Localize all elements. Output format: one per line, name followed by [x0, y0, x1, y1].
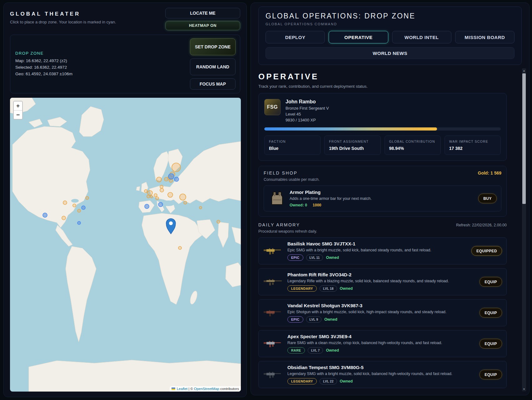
heatmap-marker[interactable]	[156, 197, 159, 200]
openstreetmap-link[interactable]: OpenStreetMap	[194, 387, 219, 391]
weapon-icon	[263, 277, 282, 287]
global-theater-panel: GLOBAL THEATER Click to place a drop zon…	[3, 2, 247, 397]
world-map-canvas	[10, 98, 241, 392]
weapon-name: Vandal Kestrel Shotgun 3VK987-3	[287, 303, 446, 308]
random-land-button[interactable]: RANDOM LAND	[190, 58, 236, 75]
map-zoom-in-button[interactable]: +	[14, 101, 22, 110]
stat-value: Blue	[269, 146, 316, 151]
friendly-marker[interactable]	[145, 204, 149, 209]
friendly-marker[interactable]	[174, 177, 179, 181]
stat-card-war-impact-score: WAR IMPACT SCORE17 382	[445, 136, 501, 155]
friendly-marker[interactable]	[82, 206, 85, 210]
heatmap-marker[interactable]	[178, 246, 181, 249]
weapon-card: Basilisk Havoc SMG 3VJTXX-1 Epic SMG wit…	[258, 237, 507, 264]
operative-name: John Rambo	[286, 99, 329, 105]
daily-armory-subheading: Procedural weapons refresh daily.	[258, 229, 317, 234]
owned-flag: Owned	[340, 286, 353, 291]
owned-flag: Owned	[326, 255, 339, 260]
ukraine-flag-icon	[172, 388, 175, 390]
scrollbar-thumb[interactable]	[522, 73, 526, 204]
heatmap-marker[interactable]	[147, 195, 150, 198]
weapon-icon	[263, 246, 282, 256]
heatmap-marker[interactable]	[86, 196, 89, 200]
heatmap-marker[interactable]	[144, 190, 147, 193]
heatmap-toggle-button[interactable]: HEATMAP ON	[165, 21, 240, 30]
gold-balance: Gold: 1 569	[478, 170, 501, 175]
level-badge: LVL 11	[306, 254, 323, 261]
heatmap-marker[interactable]	[160, 185, 163, 188]
daily-armory-heading: DAILY ARMORY	[258, 222, 317, 227]
equip-button[interactable]: EQUIP	[480, 277, 502, 287]
map-attribution: Leaflet | © OpenStreetMap contributors	[170, 386, 241, 392]
rarity-badge: LEGENDARY	[287, 378, 317, 384]
rank-badge: FSG	[264, 99, 281, 115]
shop-item-owned: Owned: 0	[290, 203, 307, 207]
heatmap-marker[interactable]	[164, 177, 168, 181]
level-badge: LVL 22	[320, 378, 337, 384]
scroll-up-arrow[interactable]: ▲	[522, 68, 526, 73]
equip-button[interactable]: EQUIP	[480, 370, 502, 379]
vertical-scrollbar[interactable]: ▲ ▼	[522, 68, 526, 391]
heatmap-marker[interactable]	[77, 209, 81, 212]
tab-deploy[interactable]: DEPLOY	[266, 31, 325, 43]
weapon-name: Obsidian Tempest SMG 3VM80G-5	[287, 365, 452, 370]
stat-value: 19th Drive South	[329, 146, 376, 151]
heatmap-marker[interactable]	[184, 201, 187, 204]
heatmap-marker[interactable]	[217, 220, 220, 223]
set-drop-zone-button[interactable]: SET DROP ZONE	[190, 38, 236, 55]
operative-stats-row: FACTIONBlueFRONT ASSIGNMENT19th Drive So…	[264, 136, 501, 155]
friendly-marker[interactable]	[43, 213, 47, 217]
map-zoom-out-button[interactable]: −	[14, 110, 22, 119]
weapon-description: Rare SMG with a clean muzzle, crisp kick…	[287, 341, 442, 345]
stat-card-front-assignment: FRONT ASSIGNMENT19th Drive South	[324, 136, 380, 155]
stat-card-faction: FACTIONBlue	[264, 136, 321, 155]
heatmap-marker[interactable]	[157, 177, 162, 182]
heatmap-marker[interactable]	[150, 195, 153, 198]
heatmap-marker[interactable]	[199, 206, 202, 209]
operative-profile-card: FSG John Rambo Bronze First Sergeant V L…	[258, 93, 507, 161]
owned-flag: Owned	[340, 379, 353, 383]
heatmap-marker[interactable]	[180, 194, 186, 200]
friendly-marker[interactable]	[158, 202, 163, 207]
map-zoom-control: + −	[13, 101, 23, 120]
daily-armory-section: DAILY ARMORY Procedural weapons refresh …	[258, 222, 507, 388]
heatmap-marker[interactable]	[154, 194, 157, 197]
rarity-badge: EPIC	[287, 316, 303, 323]
xp-progress-fill	[264, 127, 437, 131]
tab-mission-board[interactable]: MISSION BOARD	[455, 31, 515, 43]
rarity-badge: RARE	[287, 347, 305, 353]
heatmap-marker[interactable]	[168, 192, 173, 197]
friendly-marker[interactable]	[77, 221, 81, 225]
daily-armory-list: Basilisk Havoc SMG 3VJTXX-1 Epic SMG wit…	[258, 237, 507, 388]
heatmap-marker[interactable]	[63, 201, 67, 205]
buy-button[interactable]: BUY	[478, 194, 497, 203]
equip-button[interactable]: EQUIP	[480, 339, 502, 348]
field-shop-section: FIELD SHOP Gold: 1 569 Consumables usabl…	[258, 166, 507, 217]
equip-button[interactable]: EQUIP	[480, 308, 502, 318]
heatmap-marker[interactable]	[62, 216, 66, 220]
operations-title: GLOBAL OPERATIONS: DROP ZONE	[266, 12, 515, 20]
focus-map-button[interactable]: FOCUS MAP	[190, 78, 236, 90]
heatmap-marker[interactable]	[172, 163, 181, 172]
weapon-card: Obsidian Tempest SMG 3VM80G-5 Legendary …	[258, 361, 507, 388]
heatmap-marker[interactable]	[73, 204, 76, 207]
heatmap-marker[interactable]	[160, 188, 164, 192]
scroll-down-arrow[interactable]: ▼	[522, 387, 526, 391]
owned-flag: Owned	[326, 348, 339, 353]
weapon-card: Apex Specter SMG 3VJ5E9-4 Rare SMG with …	[258, 330, 507, 357]
daily-armory-refresh: Refresh: 22/02/2026, 2.00.00	[456, 223, 507, 227]
drop-zone-label: DROP ZONE	[15, 51, 72, 56]
weapon-description: Legendary Rifle with a blazing muzzle, s…	[287, 279, 449, 283]
stat-label: WAR IMPACT SCORE	[449, 140, 496, 143]
app-root: GLOBAL THEATER Click to place a drop zon…	[0, 0, 532, 400]
tab-world-news[interactable]: WORLD NEWS	[266, 47, 515, 59]
operative-rank: Bronze First Sergeant V	[286, 106, 329, 111]
friendly-marker[interactable]	[168, 174, 174, 179]
leaflet-link[interactable]: Leaflet	[177, 387, 188, 391]
tab-operative[interactable]: OPERATIVE	[329, 31, 388, 43]
locate-me-button[interactable]: LOCATE ME	[165, 8, 240, 18]
equipped-button[interactable]: EQUIPPED	[471, 246, 502, 256]
stat-value: 17 382	[449, 146, 496, 151]
tab-world-intel[interactable]: WORLD INTEL	[392, 31, 451, 43]
world-map[interactable]: + − Leaflet | © OpenStreetMap contributo…	[10, 98, 241, 392]
